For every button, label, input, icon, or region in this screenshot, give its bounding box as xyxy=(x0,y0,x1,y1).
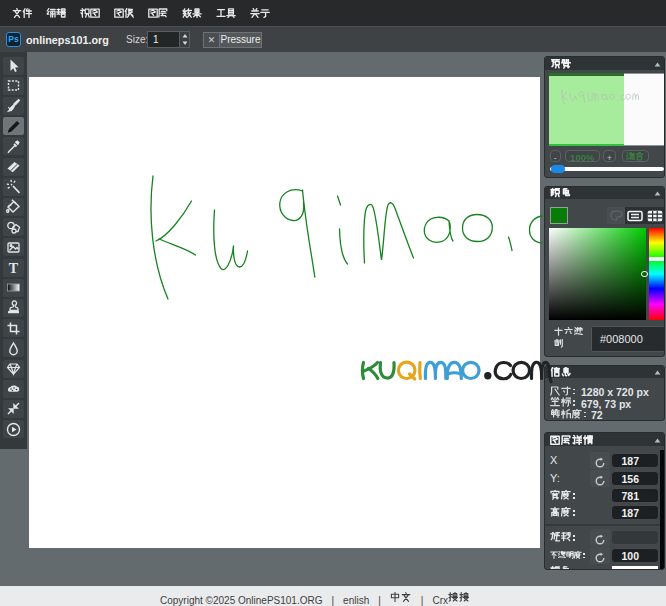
svg-text:T: T xyxy=(8,261,18,276)
